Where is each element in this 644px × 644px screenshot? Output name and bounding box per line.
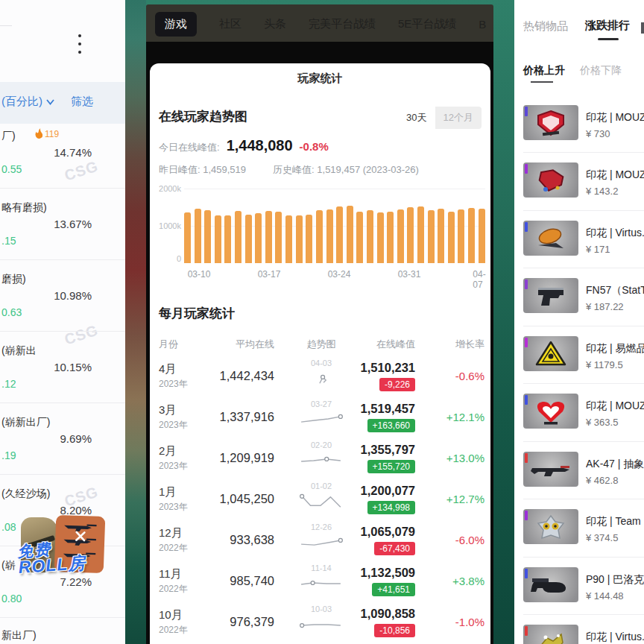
rarity-stripe [525,222,528,232]
row-average: 1,337,916 [220,410,274,424]
today-peak-change: -0.8% [300,140,329,153]
row-spark-date: 12-26 [299,523,344,531]
row-average: 985,740 [230,574,274,588]
smg-icon [523,567,578,602]
subtab-price-rising[interactable]: 价格上升 [523,64,565,78]
rarity-stripe [525,280,528,289]
market-item[interactable]: FN57（StatT ¥ 187.22 [514,278,644,326]
tab-price-rank[interactable]: 涨跌排行 [585,19,630,33]
rarity-stripe [525,395,528,405]
row-growth: -6.0% [455,534,484,546]
item-price: ¥ 1179.5 [586,359,623,370]
trend-sparkline [299,491,344,511]
subtab-price-falling[interactable]: 价格下降 [580,64,622,78]
market-list-item[interactable]: (崭新出厂) 9.69% .19 [0,411,125,483]
market-list-item[interactable]: 新出厂) [0,625,125,644]
tab-5e-platform-stats[interactable]: 5E平台战绩 [398,17,456,31]
divider [523,557,644,558]
row-year: 2022年 [159,583,188,596]
x-tick: 03-10 [188,269,211,280]
market-item[interactable]: 印花 | Virtus. ¥ 171 [514,221,644,268]
top-nav-tabs: 游戏 社区 头条 完美平台战绩 5E平台战绩 B [146,4,493,43]
market-item[interactable]: 印花 | MOUZ ¥ 143.2 [514,162,644,210]
item-thumbnail [523,394,578,429]
trend-sparkline [299,573,344,593]
tab-hot-items[interactable]: 热销物品 [523,19,568,34]
ad-text: 免费 ROLL房 [17,539,86,576]
monthly-stats-row: 4月 2023年 1,442,434 04-03 1,510,231 -9,22… [150,359,490,400]
percent-dropdown[interactable]: (百分比) [1,95,54,109]
item-label: (崭 [1,559,16,572]
market-item[interactable]: 印花 | Team ¥ 374.5 [514,509,644,557]
tab-community[interactable]: 社区 [219,17,242,31]
row-growth: -1.0% [455,616,484,628]
item-label: (久经沙场) [1,487,50,501]
tab-games[interactable]: 游戏 [155,12,197,37]
item-price: ¥ 171 [586,244,610,255]
row-growth: +13.0% [446,452,484,464]
tab-headlines[interactable]: 头条 [264,17,286,31]
item-thumbnail [523,452,578,487]
tab-cutoff-fragment [641,22,644,34]
trend-sparkline [299,450,344,470]
item-name: FN57（StatT [586,284,644,297]
trend-sparkline [299,614,344,634]
sticker-heart-icon [523,394,578,429]
sticker-fist-icon [523,221,578,256]
row-month: 2月 [159,444,176,458]
market-item[interactable]: 印花 | MOUZ ¥ 730 [514,105,644,153]
row-year: 2022年 [159,542,188,555]
kebab-menu-icon[interactable] [77,34,83,59]
market-item[interactable]: 印花 | 易燃品 ¥ 1179.5 [514,336,644,384]
range-toggle: 30天 12个月 [398,107,482,129]
market-item[interactable]: AK-47 | 抽象 ¥ 462.8 [514,452,644,499]
hot-count: 119 [45,129,59,139]
market-item[interactable]: P90 | 巴洛克 ¥ 144.48 [514,567,644,615]
item-thumbnail [523,162,578,198]
chevron-down-icon [46,99,54,105]
item-name: AK-47 | 抽象 [586,458,644,471]
item-thumbnail [523,221,578,256]
range-12m-button[interactable]: 12个月 [435,107,482,129]
row-year: 2023年 [159,460,188,473]
market-list-item[interactable]: 磨损) 10.98% 0.63 [0,268,125,340]
x-tick: 03-24 [328,269,351,280]
filter-button[interactable]: 筛选 [71,95,93,109]
item-thumbnail [523,567,578,602]
row-average: 1,209,919 [220,451,274,465]
row-spark-date: 11-14 [299,564,344,572]
rarity-stripe [525,338,528,347]
rarity-stripe [525,511,528,520]
item-price: ¥ 374.5 [586,532,618,543]
market-list-item[interactable]: (崭新出 10.15% .12 [0,340,125,411]
row-peak: 1,132,509 [361,566,415,580]
row-month: 11月 [159,567,182,581]
monthly-stats-row: 3月 2023年 1,337,916 03-27 1,519,457 +163,… [150,400,490,441]
pistol-icon [523,278,578,313]
market-item[interactable]: 印花 | Virtus. [514,625,644,644]
market-item[interactable]: 印花 | MOUZ ¥ 363.5 [514,394,644,441]
item-name: 印花 | MOUZ [586,400,644,413]
monthly-stats-row: 11月 2022年 985,740 11-14 1,132,509 +41,65… [150,564,490,604]
market-list-item[interactable]: 厂) 119 14.74% 0.55 [0,125,125,197]
divider [523,210,644,211]
x-tick: 03-17 [258,269,281,280]
y-tick: 1000k [154,221,181,230]
row-growth: +12.7% [446,493,484,505]
row-delta-badge: +134,998 [367,501,415,514]
tab-perfect-platform-stats[interactable]: 完美平台战绩 [309,17,376,31]
background-gap-left [125,0,146,644]
item-value: 0.63 [1,306,22,318]
tab-cutoff[interactable]: B [479,18,486,31]
market-list-item[interactable]: 略有磨损) 13.67% .15 [0,197,125,268]
ad-text-line2: ROLL房 [18,555,86,576]
item-label: (崭新出厂) [1,416,50,429]
row-month: 4月 [159,362,176,376]
row-growth: +3.8% [452,575,484,587]
today-peak-value: 1,448,080 [227,137,293,154]
row-growth: -0.6% [455,370,484,382]
item-value: .12 [1,378,16,390]
divider [0,617,125,618]
promo-ad-overlay[interactable]: 免费 ROLL房 [16,511,107,586]
range-30d-button[interactable]: 30天 [398,107,435,129]
